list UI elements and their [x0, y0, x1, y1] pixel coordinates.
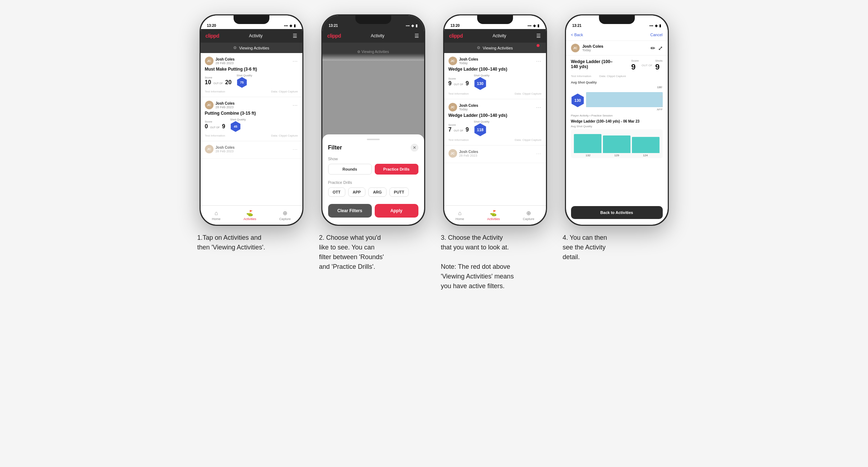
bar-1: [603, 135, 630, 153]
session-sq-label: Avg Shot Quality: [571, 125, 663, 128]
viewing-bar-3[interactable]: ⚙ Viewing Activities: [444, 43, 546, 53]
apply-btn[interactable]: Apply: [375, 204, 418, 218]
tag-arg[interactable]: ARG: [368, 187, 386, 197]
modal-header: Filter ✕: [328, 144, 418, 152]
nav-home-3[interactable]: ⌂ Home: [456, 210, 464, 221]
activity-card-3a[interactable]: JC Josh Coles Today ··· Wedge Ladder (10…: [444, 53, 546, 99]
more-dots-3b[interactable]: ···: [536, 104, 542, 110]
notch-4: [599, 15, 635, 24]
menu-icon-2[interactable]: ☰: [414, 33, 419, 39]
sub-info1: Test Information: [571, 75, 591, 78]
user-info-3b: JC Josh Coles Today: [449, 103, 478, 111]
card-data-3a: Data: Clippd Capture: [515, 92, 542, 95]
filter-toggle-row: Rounds Practice Drills: [328, 164, 418, 175]
drills-section-label: Practice Drills: [328, 180, 418, 185]
avatar-4: JC: [571, 44, 580, 52]
more-dots-3a[interactable]: ···: [536, 58, 542, 64]
cancel-btn[interactable]: Cancel: [650, 33, 662, 37]
edit-icon[interactable]: ✏: [651, 45, 655, 52]
activities-icon-3: ⛳: [490, 210, 497, 216]
sq-chart-label: Avg Shot Quality: [571, 81, 663, 84]
phone-3: 13:20 ▪▪▪ ◈ ▮ clippd Activity ☰ ⚙ View: [443, 14, 547, 226]
phone-3-content: JC Josh Coles Today ··· Wedge Ladder (10…: [444, 53, 546, 205]
card-info-3a: Test Information: [449, 92, 469, 95]
menu-icon-3[interactable]: ☰: [536, 33, 541, 39]
capture-icon-3: ⊕: [526, 210, 531, 216]
viewing-bar-1[interactable]: ⚙ Viewing Activities: [201, 43, 302, 53]
modal-handle: [367, 139, 380, 140]
notch-1: [234, 15, 269, 24]
tag-app[interactable]: APP: [348, 187, 366, 197]
user-date-3a: Today: [459, 61, 478, 65]
sq-stat-3a: Shot Quality 130: [474, 74, 490, 90]
tag-ott[interactable]: OTT: [328, 187, 345, 197]
more-dots-1c[interactable]: ···: [293, 146, 298, 152]
score-stat-3a: Score 9 OUT OF 9: [449, 77, 469, 87]
signal-icon: ▪▪▪: [284, 24, 288, 28]
notch-2: [355, 15, 391, 24]
modal-close-btn[interactable]: ✕: [411, 144, 418, 152]
app-nav-1: clippd Activity ☰: [201, 29, 302, 43]
user-info-1a: JC Josh Coles 28 Feb 2023: [205, 57, 235, 65]
page-container: 13:20 ▪▪▪ ◈ ▮ clippd Activity ☰ ⚙ View: [196, 14, 672, 291]
nav-home-1[interactable]: ⌂ Home: [212, 210, 221, 221]
shots-col-value: 9: [655, 62, 662, 72]
score-stat-3b: Score 7 OUT OF 9: [449, 123, 469, 133]
nav-activities-3[interactable]: ⛳ Activities: [487, 210, 500, 221]
activity-card-3b[interactable]: JC Josh Coles Today ··· Wedge Ladder (10…: [444, 99, 546, 146]
phone2-top-blur: ⚙ Viewing Activities: [322, 43, 424, 61]
score-stat-1a: Score 10 OUT OF 20: [205, 76, 232, 86]
viewing-bar-label-1: Viewing Activities: [239, 46, 269, 50]
tag-putt[interactable]: PUTT: [389, 187, 409, 197]
wifi-icon-4: ◈: [655, 24, 658, 28]
nav-capture-3[interactable]: ⊕ Capture: [523, 210, 534, 221]
user-info-1b: JC Josh Coles 28 Feb 2023: [205, 101, 235, 109]
step-2: 13:21 ▪▪▪ ◈ ▮ clippd Activity ☰ ⚙ Viewin…: [318, 14, 429, 272]
bar-2: [632, 137, 660, 153]
status-time-3: 13:20: [451, 24, 460, 28]
menu-icon-1[interactable]: ☰: [293, 33, 297, 39]
logo-3: clippd: [449, 33, 463, 39]
avatar-1a: JC: [205, 57, 214, 65]
detail-user-date: Today: [582, 48, 604, 52]
score-stat-1b: Score 0 OUT OF 9: [205, 120, 225, 130]
activity-card-1a[interactable]: JC Josh Coles 28 Feb 2023 ··· Must Make …: [201, 53, 302, 97]
user-info-3c: JC Josh Coles 28 Feb 2023: [449, 149, 478, 158]
card-title-3a: Wedge Ladder (100–140 yds): [449, 67, 542, 72]
y-100: 100: [586, 86, 663, 88]
tag-row: OTT APP ARG PUTT: [328, 187, 418, 197]
nav-capture-1[interactable]: ⊕ Capture: [279, 210, 291, 221]
detail-user-name: Josh Coles: [582, 44, 604, 48]
back-to-activities-btn[interactable]: Back to Activities: [571, 206, 663, 219]
signal-icon-2: ▪▪▪: [406, 24, 410, 28]
logo-2: clippd: [327, 33, 341, 39]
activity-card-3c[interactable]: JC Josh Coles 28 Feb 2023 ···: [444, 146, 546, 163]
avatar-3b: JC: [449, 103, 457, 111]
nav-title-2: Activity: [371, 33, 384, 38]
back-btn[interactable]: < Back: [571, 33, 583, 37]
more-dots-3c[interactable]: ···: [536, 151, 542, 156]
more-dots-1a[interactable]: ···: [293, 58, 298, 64]
modal-actions: Clear Filters Apply: [328, 204, 418, 218]
more-dots-1b[interactable]: ···: [293, 102, 298, 108]
expand-icon[interactable]: ⤢: [658, 45, 663, 52]
home-icon-3: ⌂: [458, 210, 462, 216]
battery-icon: ▮: [294, 24, 296, 28]
clear-filters-btn[interactable]: Clear Filters: [328, 204, 372, 218]
user-date-1b: 28 Feb 2023: [216, 105, 235, 109]
modal-sheet: Filter ✕ Show Rounds Practice Drills Pra…: [322, 134, 424, 225]
activity-card-1b[interactable]: JC Josh Coles 28 Feb 2023 ··· Putting Co…: [201, 97, 302, 141]
activity-card-1c[interactable]: JC Josh Coles 28 Feb 2023 ···: [201, 141, 302, 159]
filter-rounds-btn[interactable]: Rounds: [328, 164, 372, 175]
nav-activities-1[interactable]: ⛳ Activities: [244, 210, 256, 221]
bar-label-2: 124: [643, 154, 648, 157]
sq-hex-3a: 130: [474, 77, 487, 90]
detail-title-row: Wedge Ladder (100–140 yds) Score 9 OUT O…: [571, 59, 663, 72]
bar-labels: 132 129 124: [574, 154, 660, 157]
wifi-icon-2: ◈: [411, 24, 414, 28]
user-date-3c: 28 Feb 2023: [459, 154, 478, 157]
activities-label-1: Activities: [244, 217, 256, 221]
sq-hex-1a: 75: [236, 77, 247, 88]
filter-drills-btn[interactable]: Practice Drills: [375, 164, 418, 175]
modal-overlay: Filter ✕ Show Rounds Practice Drills Pra…: [322, 61, 424, 225]
